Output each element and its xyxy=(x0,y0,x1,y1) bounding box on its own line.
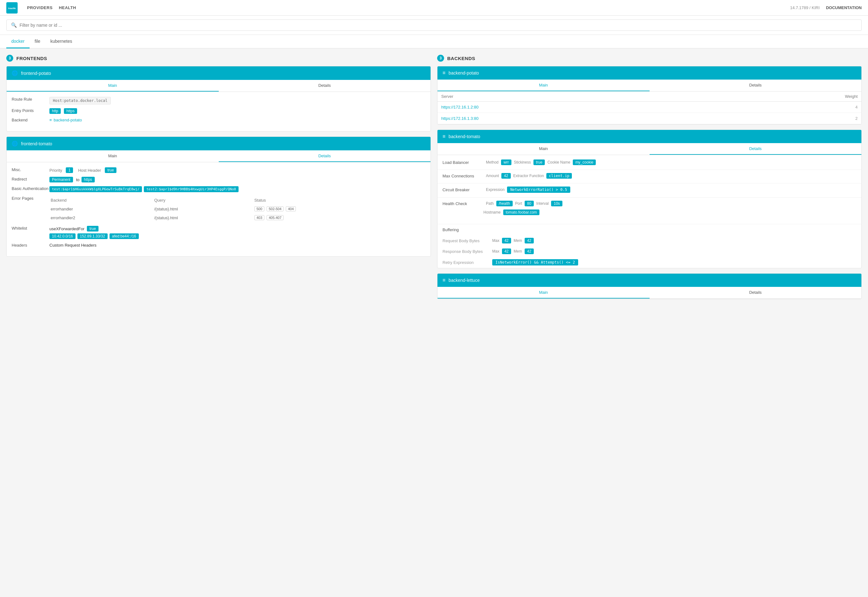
priority-label: Priority xyxy=(49,168,62,173)
status-404: 404 xyxy=(286,206,296,211)
req-mem-value: 42 xyxy=(525,238,534,244)
error-row2-backend: errorhandler2 xyxy=(49,213,153,222)
backend-tomato-header: ≡ backend-tomato xyxy=(438,130,861,143)
backend-potato-main-tab[interactable]: Main xyxy=(438,80,649,91)
frontend-tomato-card: 🌐 frontend-tomato Main Details Misc. Pri… xyxy=(6,137,431,257)
circuit-breaker-row: Circuit Breaker Expression NetworkErrorR… xyxy=(438,187,861,193)
use-x-label: useXForwardedFor xyxy=(49,226,84,231)
circuit-breaker-items: Expression NetworkErrorRatio() > 0.5 xyxy=(486,187,570,193)
backend-lettuce-details-tab[interactable]: Details xyxy=(649,287,862,298)
redirect-value: Permanent to https xyxy=(49,177,426,183)
amount-value: 42 xyxy=(501,173,511,179)
port-value: 80 xyxy=(525,200,534,206)
buffering-title: Buffering xyxy=(438,224,861,232)
backend-potato-link[interactable]: ≡ backend-potato xyxy=(49,117,426,122)
tab-docker[interactable]: docker xyxy=(6,35,30,48)
misc-value: Priority 1 Host Header true xyxy=(49,167,426,173)
backend-row: Backend ≡ backend-potato xyxy=(12,117,426,122)
frontends-header: 3 FRONTENDS xyxy=(6,55,431,62)
resp-body-row: Response Body Bytes Max 42 Mem 42 xyxy=(438,246,861,257)
method-label: Method xyxy=(486,160,499,165)
auth-token-2: test2:$apr1$d9hr9HBB$4HxwgUir3HP4EsggP/Q… xyxy=(144,186,238,192)
frontend-tomato-main-tab[interactable]: Main xyxy=(7,150,219,162)
server-url-1: https://172.16.1.2:80 xyxy=(438,102,730,113)
route-rule-code: Host:potato.docker.local xyxy=(49,97,111,104)
nav-health[interactable]: HEALTH xyxy=(59,5,76,10)
entry-points-row: Entry Points http https xyxy=(12,108,426,114)
hostname-value: tomato.foobar.com xyxy=(503,209,539,215)
req-body-row: Request Body Bytes Max 42 Mem 42 xyxy=(438,235,861,246)
error-col-backend: Backend xyxy=(49,196,153,205)
tab-kubernetes[interactable]: kubernetes xyxy=(45,35,77,48)
error-pages-value: Backend Query Status errorhandler /{stat… xyxy=(49,196,426,222)
buffering-section: Buffering Request Body Bytes Max 42 Mem … xyxy=(438,224,861,268)
provider-tabs: docker file kubernetes xyxy=(0,35,868,48)
retry-row: Retry Expression IsNetworkError() && Att… xyxy=(438,257,861,268)
error-row2-statuses: 403 405-407 xyxy=(253,213,426,222)
tab-file[interactable]: file xyxy=(30,35,45,48)
error-row2-query: /{status}.html xyxy=(153,213,253,222)
server-link-2[interactable]: https://172.16.1.3:80 xyxy=(441,116,479,121)
nav-providers[interactable]: PROVIDERS xyxy=(27,5,52,10)
error-pages-row: Error Pages Backend Query Status errorha… xyxy=(12,196,426,222)
redirect-row: Redirect Permanent to https xyxy=(12,177,426,183)
method-value: wrr xyxy=(501,159,511,165)
error-row-1: errorhandler /{status}.html 500 502-504 … xyxy=(49,205,426,213)
ip-tag-1: 10.42.0.0/16 xyxy=(49,233,76,239)
backends-count: 3 xyxy=(437,55,444,62)
weight-col-header: Weight xyxy=(730,92,861,102)
table-header-row: Server Weight xyxy=(438,92,861,102)
server-col-header: Server xyxy=(438,92,730,102)
health-check-section: Health Check Path /health Port 80 Interv… xyxy=(438,200,861,224)
max-connections-items: Amount 42 Extractor Function client.ip xyxy=(486,173,572,179)
cookie-name-label: Cookie Name xyxy=(547,160,570,165)
basic-auth-label: Basic Authentication xyxy=(12,186,49,191)
backend-lettuce-main-tab[interactable]: Main xyxy=(438,287,649,298)
frontend-potato-details-tab[interactable]: Details xyxy=(219,80,431,92)
circuit-breaker-label: Circuit Breaker xyxy=(442,187,484,192)
status-405-407: 405-407 xyxy=(267,215,284,220)
backend-label: Backend xyxy=(12,117,49,122)
backend-potato-details-tab[interactable]: Details xyxy=(649,80,862,91)
redirect-permanent: Permanent xyxy=(49,177,73,183)
basic-auth-row: Basic Authentication test:$apr1$H6uskkkW… xyxy=(12,186,426,192)
whitelist-row: Whitelist useXForwardedFor true 10.42.0.… xyxy=(12,226,426,239)
server-url-2: https://172.16.1.3:80 xyxy=(438,113,730,124)
resp-mem-value: 42 xyxy=(525,248,534,254)
logo-image: traefik xyxy=(6,2,18,13)
error-row1-query: /{status}.html xyxy=(153,205,253,213)
resp-max-value: 42 xyxy=(502,248,511,254)
search-input[interactable] xyxy=(19,23,857,28)
entry-point-http: http xyxy=(49,108,61,114)
backend-value: ≡ backend-potato xyxy=(49,117,426,122)
health-check-row2: Hostname tomato.foobar.com xyxy=(484,209,856,215)
misc-items: Priority 1 Host Header true xyxy=(49,167,426,173)
ip-tag-2: 152.89.1.33/32 xyxy=(77,233,108,239)
backends-header: 3 BACKENDS xyxy=(437,55,862,62)
expression-value: NetworkErrorRatio() > 0.5 xyxy=(507,187,570,193)
backend-tomato-details-tab[interactable]: Details xyxy=(649,143,862,155)
whitelist-ips: 10.42.0.0/16 152.89.1.33/32 afed:be44::/… xyxy=(49,233,426,239)
use-x-value: true xyxy=(87,226,98,232)
error-table: Backend Query Status errorhandler /{stat… xyxy=(49,196,426,222)
documentation-link[interactable]: DOCUMENTATION xyxy=(826,5,862,10)
use-x-row: useXForwardedFor true xyxy=(49,226,426,232)
frontend-potato-card: 🌐 frontend-potato Main Details Route Rul… xyxy=(6,66,431,131)
frontend-tomato-details-tab[interactable]: Details xyxy=(219,150,431,162)
expression-label: Expression xyxy=(486,187,505,192)
frontend-potato-content: Route Rule Host:potato.docker.local Entr… xyxy=(7,92,430,131)
route-rule-value: Host:potato.docker.local xyxy=(49,97,426,104)
load-balancer-row: Load Balancer Method wrr Stickiness true… xyxy=(438,155,861,165)
search-wrap: 🔍 xyxy=(6,19,862,31)
stickiness-value: true xyxy=(533,159,545,165)
frontend-potato-main-tab[interactable]: Main xyxy=(7,80,219,92)
amount-label: Amount xyxy=(486,174,499,178)
search-icon: 🔍 xyxy=(11,22,17,28)
resp-mem-label: Mem xyxy=(514,249,522,254)
path-value: /health xyxy=(496,200,513,206)
backend-tomato-main-tab[interactable]: Main xyxy=(438,143,649,155)
server-link-1[interactable]: https://172.16.1.2:80 xyxy=(441,105,479,110)
backend-icon: ≡ xyxy=(49,117,52,122)
backend-potato-name: backend-potato xyxy=(448,70,479,76)
error-col-query: Query xyxy=(153,196,253,205)
